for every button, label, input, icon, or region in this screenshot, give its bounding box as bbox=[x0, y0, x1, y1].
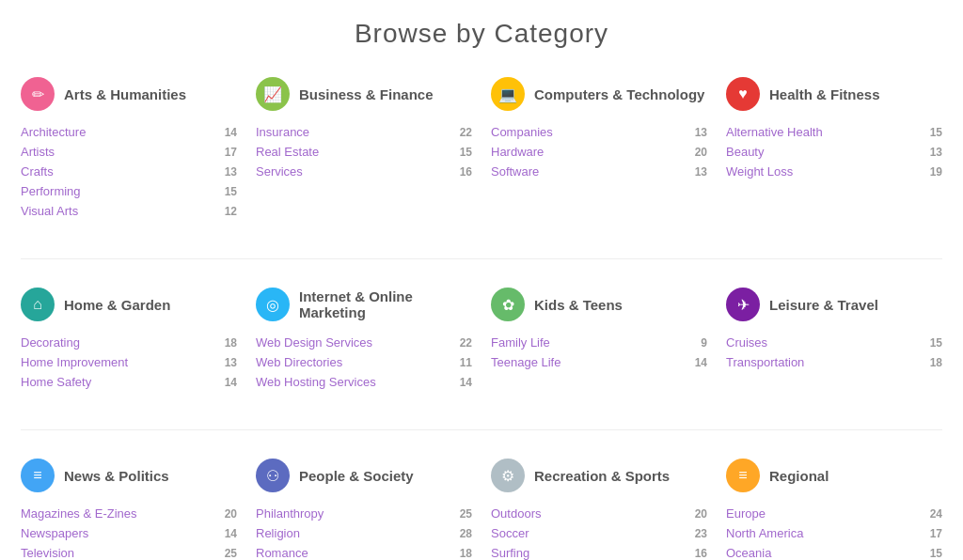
sub-item-count: 16 bbox=[460, 165, 472, 179]
sub-item-count: 14 bbox=[225, 126, 237, 139]
category-block-computers: 💻Computers & TechnologyCompanies13Hardwa… bbox=[491, 77, 707, 230]
regional-icon: ≡ bbox=[726, 459, 760, 492]
sub-item-link[interactable]: Romance bbox=[256, 546, 308, 560]
category-header-kids: ✿Kids & Teens bbox=[491, 288, 707, 321]
sub-item-count: 23 bbox=[695, 527, 707, 540]
list-item: Transportation18 bbox=[726, 352, 942, 372]
sub-item-link[interactable]: Home Improvement bbox=[21, 355, 128, 369]
list-item: Visual Arts12 bbox=[21, 201, 237, 221]
list-item: Television25 bbox=[21, 543, 237, 560]
sub-item-count: 13 bbox=[225, 356, 237, 369]
list-item: Magazines & E-Zines20 bbox=[21, 504, 237, 523]
sub-item-link[interactable]: Religion bbox=[256, 526, 300, 540]
list-item: Romance18 bbox=[256, 543, 472, 560]
row-divider bbox=[21, 258, 942, 259]
sub-item-link[interactable]: Soccer bbox=[491, 526, 529, 540]
list-item: Soccer23 bbox=[491, 523, 707, 543]
sub-item-link[interactable]: Artists bbox=[21, 145, 55, 159]
sub-item-count: 11 bbox=[460, 356, 472, 369]
sub-item-count: 24 bbox=[930, 507, 942, 521]
sub-item-link[interactable]: Architecture bbox=[21, 125, 86, 139]
page-title: Browse by Category bbox=[19, 19, 944, 49]
sub-item-count: 14 bbox=[225, 376, 237, 389]
sub-item-link[interactable]: Insurance bbox=[256, 125, 309, 139]
sub-item-count: 25 bbox=[225, 547, 237, 560]
category-title-recreation: Recreation & Sports bbox=[534, 468, 670, 484]
sub-item-link[interactable]: Family Life bbox=[491, 335, 550, 350]
sub-item-count: 12 bbox=[225, 205, 237, 218]
category-title-kids: Kids & Teens bbox=[534, 297, 623, 313]
row-divider bbox=[21, 429, 942, 430]
home-icon: ⌂ bbox=[21, 288, 55, 321]
sub-item-link[interactable]: North America bbox=[726, 526, 803, 540]
internet-icon: ◎ bbox=[256, 288, 290, 321]
category-title-leisure: Leisure & Travel bbox=[769, 297, 878, 313]
sub-item-link[interactable]: Performing bbox=[21, 184, 81, 198]
computers-icon: 💻 bbox=[491, 77, 525, 111]
sub-item-count: 25 bbox=[460, 507, 472, 521]
list-item: Newspapers14 bbox=[21, 523, 237, 543]
sub-item-link[interactable]: Home Safety bbox=[21, 375, 91, 389]
sub-item-link[interactable]: Web Design Services bbox=[256, 335, 372, 350]
sub-item-link[interactable]: Web Hosting Services bbox=[256, 375, 376, 389]
sub-item-count: 15 bbox=[460, 146, 472, 159]
sub-item-link[interactable]: Cruises bbox=[726, 335, 767, 350]
category-header-news: ≡News & Politics bbox=[21, 459, 237, 492]
sub-item-link[interactable]: Alternative Health bbox=[726, 125, 823, 139]
sub-item-count: 20 bbox=[695, 507, 707, 521]
category-block-kids: ✿Kids & TeensFamily Life9Teenage Life14 bbox=[491, 288, 707, 401]
sub-item-link[interactable]: Outdoors bbox=[491, 506, 541, 521]
sub-item-count: 15 bbox=[930, 547, 942, 560]
list-item: Surfing16 bbox=[491, 543, 707, 560]
sub-item-count: 15 bbox=[930, 336, 942, 350]
health-icon: ♥ bbox=[726, 77, 760, 111]
category-block-business: 📈Business & FinanceInsurance22Real Estat… bbox=[256, 77, 472, 230]
sub-item-link[interactable]: Decorating bbox=[21, 335, 80, 350]
sub-item-count: 18 bbox=[460, 547, 472, 560]
sub-item-link[interactable]: Companies bbox=[491, 125, 553, 139]
sub-item-link[interactable]: Beauty bbox=[726, 145, 764, 159]
sub-item-link[interactable]: Software bbox=[491, 164, 539, 179]
sub-item-link[interactable]: Services bbox=[256, 164, 303, 179]
sub-item-link[interactable]: Surfing bbox=[491, 546, 529, 560]
sub-item-link[interactable]: Teenage Life bbox=[491, 355, 560, 369]
sub-item-link[interactable]: Magazines & E-Zines bbox=[21, 506, 137, 521]
list-item: Companies13 bbox=[491, 122, 707, 142]
sub-item-link[interactable]: Crafts bbox=[21, 164, 54, 179]
sub-item-link[interactable]: Weight Loss bbox=[726, 164, 793, 179]
sub-item-count: 13 bbox=[695, 126, 707, 139]
sub-item-link[interactable]: Transportation bbox=[726, 355, 804, 369]
category-block-internet: ◎Internet & Online MarketingWeb Design S… bbox=[256, 288, 472, 401]
sub-item-link[interactable]: Europe bbox=[726, 506, 766, 521]
list-item: Home Safety14 bbox=[21, 372, 237, 392]
list-item: Home Improvement13 bbox=[21, 352, 237, 372]
sub-item-link[interactable]: Hardware bbox=[491, 145, 544, 159]
category-block-regional: ≡RegionalEurope24North America17Oceania1… bbox=[726, 459, 942, 560]
sub-item-count: 13 bbox=[930, 146, 942, 159]
list-item: Crafts13 bbox=[21, 162, 237, 181]
sub-item-link[interactable]: Visual Arts bbox=[21, 204, 78, 218]
sub-item-link[interactable]: Newspapers bbox=[21, 526, 88, 540]
sub-item-link[interactable]: Philanthropy bbox=[256, 506, 324, 521]
list-item: Alternative Health15 bbox=[726, 122, 942, 142]
sub-item-count: 18 bbox=[930, 356, 942, 369]
people-icon: ⚇ bbox=[256, 459, 290, 492]
list-item: Real Estate15 bbox=[256, 142, 472, 162]
list-item: Weight Loss19 bbox=[726, 162, 942, 181]
sub-item-link[interactable]: Web Directories bbox=[256, 355, 342, 369]
category-title-arts: Arts & Humanities bbox=[64, 86, 186, 102]
sub-item-link[interactable]: Oceania bbox=[726, 546, 771, 560]
sub-item-link[interactable]: Real Estate bbox=[256, 145, 319, 159]
leisure-icon: ✈ bbox=[726, 288, 760, 321]
sub-item-count: 20 bbox=[695, 146, 707, 159]
category-block-arts: ✏Arts & HumanitiesArchitecture14Artists1… bbox=[21, 77, 237, 230]
recreation-icon: ⚙ bbox=[491, 459, 525, 492]
sub-item-count: 28 bbox=[460, 527, 472, 540]
list-item: Europe24 bbox=[726, 504, 942, 523]
list-item: Teenage Life14 bbox=[491, 352, 707, 372]
category-header-health: ♥Health & Fitness bbox=[726, 77, 942, 111]
sub-item-link[interactable]: Television bbox=[21, 546, 74, 560]
list-item: Services16 bbox=[256, 162, 472, 181]
category-title-business: Business & Finance bbox=[299, 86, 434, 102]
category-header-internet: ◎Internet & Online Marketing bbox=[256, 288, 472, 321]
